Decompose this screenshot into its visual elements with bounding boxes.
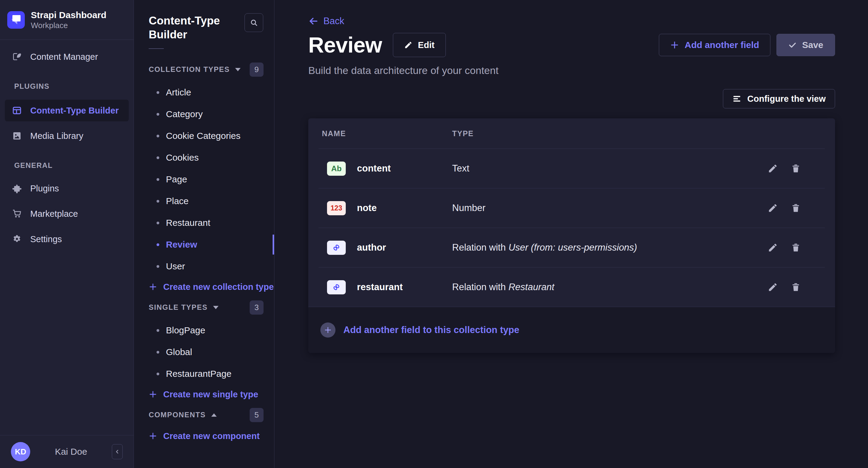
sidebar-item-label: Plugins: [30, 183, 59, 194]
subnav-item-restaurant[interactable]: Restaurant: [134, 212, 274, 234]
create-single-type-link[interactable]: Create new single type: [134, 385, 274, 404]
gear-icon: [12, 234, 22, 244]
bullet-icon: [157, 157, 159, 159]
edit-field-button[interactable]: [768, 282, 778, 292]
sidebar-item-label: Media Library: [30, 131, 84, 141]
collection-types-count: 9: [250, 63, 264, 77]
check-icon: [788, 41, 797, 49]
sidebar-item-settings[interactable]: Settings: [5, 228, 129, 250]
section-collection-types[interactable]: COLLECTION TYPES 9: [134, 62, 274, 77]
edit-button[interactable]: Edit: [393, 33, 446, 57]
chevron-up-icon: [211, 413, 217, 417]
edit-field-button[interactable]: [768, 242, 778, 253]
subnav-item-category[interactable]: Category: [134, 103, 274, 125]
sidebar-item-media-library[interactable]: Media Library: [5, 125, 129, 147]
create-collection-type-link[interactable]: Create new collection type: [134, 277, 274, 297]
collapse-sidebar-button[interactable]: [112, 444, 123, 459]
sidebar-item-marketplace[interactable]: Marketplace: [5, 203, 129, 225]
page-subtitle: Build the data architecture of your cont…: [308, 65, 835, 76]
chevron-down-icon: [235, 68, 241, 71]
cart-icon: [12, 209, 22, 219]
subnav-item-global[interactable]: Global: [134, 341, 274, 363]
workspace-brand[interactable]: Strapi Dashboard Workplace: [0, 0, 133, 40]
main-content: Back Review Edit Add another field Save …: [275, 0, 868, 468]
delete-field-button[interactable]: [790, 203, 801, 213]
subnav-item-cookie-categories[interactable]: Cookie Categories: [134, 125, 274, 147]
create-component-link[interactable]: Create new component: [134, 426, 274, 446]
table-row: 123 note Number: [308, 189, 835, 228]
configure-view-button[interactable]: Configure the view: [723, 89, 835, 108]
subnav-item-restaurantpage[interactable]: RestaurantPage: [134, 363, 274, 385]
section-single-types[interactable]: SINGLE TYPES 3: [134, 300, 274, 314]
bullet-icon: [157, 351, 159, 354]
trash-icon: [790, 203, 801, 213]
field-name: author: [357, 242, 386, 253]
back-link[interactable]: Back: [308, 16, 344, 27]
delete-field-button[interactable]: [790, 163, 801, 174]
picture-icon: [12, 131, 22, 141]
layout-icon: [12, 106, 22, 115]
sidebar-item-content-type-builder[interactable]: Content-Type Builder: [5, 100, 129, 122]
plus-icon: [149, 432, 157, 440]
subnav-item-review[interactable]: Review: [134, 234, 274, 256]
subnav-item-user[interactable]: User: [134, 256, 274, 277]
components-count: 5: [250, 408, 264, 422]
nav-section-general: GENERAL: [0, 161, 133, 170]
bullet-icon: [157, 178, 159, 181]
search-icon: [250, 19, 258, 27]
pencil-icon: [768, 282, 778, 292]
single-types-count: 3: [250, 300, 264, 314]
bullet-icon: [157, 373, 159, 375]
edit-field-button[interactable]: [768, 163, 778, 174]
main-sidebar: Strapi Dashboard Workplace Content Manag…: [0, 0, 134, 468]
table-header: NAME TYPE: [308, 119, 835, 148]
chevron-left-icon: [114, 449, 120, 455]
subnav-item-article[interactable]: Article: [134, 81, 274, 103]
content-type-builder-subnav: Content-Type Builder COLLECTION TYPES 9 …: [134, 0, 274, 468]
field-name: restaurant: [357, 282, 403, 293]
search-button[interactable]: [245, 13, 263, 32]
add-field-to-collection-row[interactable]: Add another field to this collection typ…: [308, 307, 835, 353]
subnav-title: Content-Type Builder: [149, 14, 227, 42]
subnav-item-blogpage[interactable]: BlogPage: [134, 320, 274, 341]
avatar[interactable]: KD: [11, 442, 30, 461]
column-header-type: TYPE: [452, 129, 473, 138]
save-button[interactable]: Save: [776, 34, 835, 56]
add-field-to-collection-label: Add another field to this collection typ…: [343, 325, 519, 335]
plus-icon: [670, 40, 679, 49]
sidebar-item-content-manager[interactable]: Content Manager: [5, 46, 129, 68]
pencil-icon: [768, 163, 778, 174]
workspace-name: Workplace: [31, 21, 106, 30]
subnav-item-cookies[interactable]: Cookies: [134, 147, 274, 168]
delete-field-button[interactable]: [790, 282, 801, 292]
pencil-icon: [768, 203, 778, 213]
subnav-divider: [149, 48, 164, 49]
app-title: Strapi Dashboard: [31, 10, 106, 21]
sidebar-item-plugins[interactable]: Plugins: [5, 177, 129, 199]
column-header-name: NAME: [322, 129, 452, 138]
plus-icon: [149, 390, 157, 399]
subnav-item-page[interactable]: Page: [134, 168, 274, 190]
bullet-icon: [157, 200, 159, 203]
edit-field-button[interactable]: [768, 203, 778, 213]
table-row: restaurant Relation withRestaurant: [308, 268, 835, 307]
bullet-icon: [157, 113, 159, 115]
page-title: Review: [308, 33, 382, 57]
bullet-icon: [157, 243, 159, 246]
table-row: Ab content Text: [308, 149, 835, 188]
nav-section-plugins: PLUGINS: [0, 82, 133, 91]
field-name: note: [357, 203, 377, 213]
delete-field-button[interactable]: [790, 242, 801, 253]
pencil-icon: [768, 242, 778, 253]
field-type: Relation withRestaurant: [452, 282, 768, 293]
trash-icon: [790, 242, 801, 253]
bullet-icon: [157, 329, 159, 332]
trash-icon: [790, 163, 801, 174]
sidebar-item-label: Content-Type Builder: [30, 106, 119, 115]
relation-field-icon: [327, 241, 346, 255]
bullet-icon: [157, 222, 159, 224]
subnav-item-place[interactable]: Place: [134, 190, 274, 212]
section-components[interactable]: COMPONENTS 5: [134, 408, 274, 422]
add-another-field-button[interactable]: Add another field: [659, 34, 770, 56]
number-field-icon: 123: [327, 201, 346, 215]
